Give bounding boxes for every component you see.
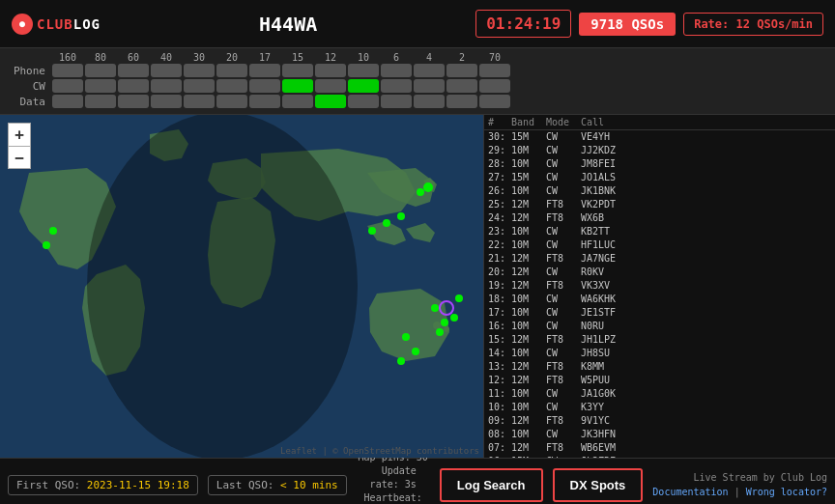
svg-point-16 [43,241,50,249]
table-row: 06: 15M CW JL2ZRF [484,455,835,458]
table-row: 30: 15M CW VE4YH [484,130,835,144]
bottom-bar: First QSO: 2023-11-15 19:18 Last QSO: < … [0,458,835,504]
table-row: 23: 10M CW KB2TT [484,225,835,238]
log-nr: 13: [488,360,511,374]
log-band: 12M [511,441,546,455]
data-20 [216,95,247,108]
svg-point-8 [368,227,376,235]
log-band: 10M [511,144,546,157]
table-row: 22: 10M CW HF1LUC [484,238,835,252]
rate-box: Rate: 12 QSOs/min [683,13,823,36]
table-row: 17: 10M CW JE1STF [484,306,835,320]
svg-point-13 [441,319,448,326]
log-entries: 30: 15M CW VE4YH 29: 10M CW JJ2KDZ 28: 1… [484,130,835,458]
table-row: 12: 12M FT8 W5PUU [484,374,835,387]
log-call: JH8SU [581,347,639,360]
log-search-button[interactable]: Log Search [440,468,543,502]
phone-80 [85,64,116,77]
band-header-160: 160 [52,52,83,63]
log-mode: CW [546,144,581,157]
map-container[interactable]: + − [0,115,483,458]
svg-point-6 [383,219,390,227]
log-mode: CW [546,130,581,144]
data-10 [348,95,379,108]
band-header-10: 10 [348,52,379,63]
zoom-in-button[interactable]: + [8,123,31,146]
band-header-20: 20 [216,52,247,63]
table-row: 19: 12M FT8 VK3XV [484,279,835,293]
log-call: W5PUU [581,374,639,387]
log-mode: CW [546,184,581,198]
table-row: 29: 10M CW JJ2KDZ [484,144,835,157]
log-mode: FT8 [546,211,581,225]
log-mode: CW [546,306,581,320]
log-mode: CW [546,387,581,401]
cw-40 [151,79,182,93]
wrong-locator-link[interactable]: Wrong locator? [746,487,827,497]
logo: ● CLUBLOG [12,14,101,35]
log-mode: FT8 [546,360,581,374]
cw-15 [282,79,313,93]
table-row: 21: 12M FT8 JA7NGE [484,252,835,266]
band-row-phone: Phone [8,64,827,77]
documentation-link[interactable]: Documentation [652,487,728,497]
log-nr: 22: [488,238,511,252]
last-qso-box: Last QSO: < 10 mins [208,475,347,495]
map-attribution: Leaflet | © OpenStreetMap contributors [280,446,479,456]
log-band: 15M [511,455,546,458]
log-band: 10M [511,184,546,198]
log-band: 10M [511,387,546,401]
live-stream-links: Documentation | Wrong locator? [652,485,827,499]
header: ● CLUBLOG H44WA 01:24:19 9718 QSOs Rate:… [0,0,835,48]
band-row-data-label: Data [8,96,51,108]
cw-60 [118,79,149,93]
log-nr: 15: [488,333,511,347]
table-row: 14: 10M CW JH8SU [484,347,835,360]
timer-display: 01:24:19 [475,10,571,38]
log-nr: 29: [488,144,511,157]
data-60 [118,95,149,108]
svg-point-7 [397,212,405,220]
log-band: 12M [511,198,546,211]
log-nr: 19: [488,279,511,293]
svg-point-15 [49,227,57,235]
log-nr: 16: [488,320,511,333]
log-band: 10M [511,225,546,238]
svg-point-12 [431,304,439,312]
band-header-40: 40 [151,52,182,63]
log-band: 12M [511,252,546,266]
map-zoom-controls: + − [8,123,31,169]
log-call: JA7NGE [581,252,639,266]
data-80 [85,95,116,108]
dx-spots-button[interactable]: DX Spots [553,468,644,502]
cw-80 [85,79,116,93]
cw-2 [446,79,477,93]
band-row-cw-label: CW [8,80,51,93]
log-col-band-header: Band [511,117,546,127]
log-band: 12M [511,360,546,374]
log-band: 10M [511,293,546,306]
band-header-4: 4 [414,52,445,63]
svg-point-1 [433,322,441,329]
data-70 [479,95,510,108]
log-band: 10M [511,320,546,333]
phone-60 [118,64,149,77]
log-call: JL2ZRF [581,455,639,458]
log-mode: CW [546,401,581,414]
log-panel: # Band Mode Call 30: 15M CW VE4YH 29: 10… [483,115,835,458]
rate-value: 12 [736,17,750,31]
data-40 [151,95,182,108]
data-4 [414,95,445,108]
log-mode: CW [546,266,581,279]
table-row: 08: 10M CW JK3HFN [484,428,835,441]
zoom-out-button[interactable]: − [8,146,31,169]
band-row-phone-label: Phone [8,65,51,77]
callsign: H44WA [259,13,317,36]
log-band: 12M [511,266,546,279]
data-17 [249,95,280,108]
phone-12 [315,64,346,77]
log-nr: 25: [488,198,511,211]
table-row: 25: 12M FT8 VK2PDT [484,198,835,211]
table-row: 18: 10M CW WA6KHK [484,293,835,306]
log-band: 12M [511,333,546,347]
